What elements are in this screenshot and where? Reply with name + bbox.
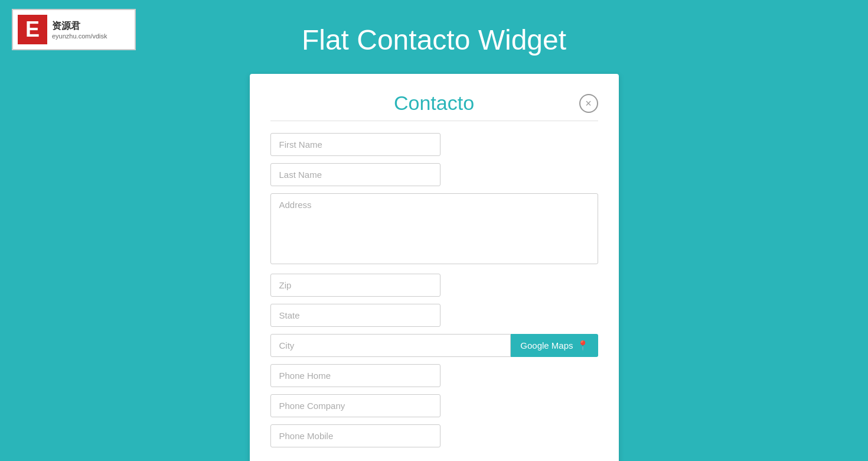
page-title: Flat Contacto Widget bbox=[18, 12, 850, 62]
first-name-input[interactable] bbox=[270, 133, 441, 156]
phone-mobile-input[interactable] bbox=[270, 424, 441, 447]
last-name-input[interactable] bbox=[270, 163, 441, 186]
zip-input[interactable] bbox=[270, 274, 441, 297]
widget-card: Contacto × Google M bbox=[250, 74, 619, 461]
address-input[interactable] bbox=[270, 193, 598, 264]
phone-home-row bbox=[270, 364, 598, 387]
phone-company-row bbox=[270, 394, 598, 417]
city-google-row: Google Maps 📍 bbox=[270, 334, 598, 357]
phone-company-input[interactable] bbox=[270, 394, 441, 417]
title-divider bbox=[270, 121, 598, 121]
logo-letter: E bbox=[18, 15, 47, 44]
last-name-row bbox=[270, 163, 598, 186]
zip-row bbox=[270, 274, 598, 297]
page-header: E 资源君 eyunzhu.com/vdisk Flat Contacto Wi… bbox=[0, 0, 868, 74]
google-maps-button[interactable]: Google Maps 📍 bbox=[511, 334, 598, 357]
widget-title: Contacto bbox=[394, 92, 474, 115]
city-input[interactable] bbox=[270, 334, 511, 357]
close-button[interactable]: × bbox=[579, 94, 598, 113]
widget-container: Contacto × Google M bbox=[0, 74, 868, 461]
logo: E 资源君 eyunzhu.com/vdisk bbox=[12, 9, 136, 50]
city-input-wrap bbox=[270, 334, 511, 357]
phone-home-input[interactable] bbox=[270, 364, 441, 387]
logo-url: eyunzhu.com/vdisk bbox=[52, 33, 107, 40]
map-pin-icon: 📍 bbox=[577, 340, 589, 351]
widget-title-row: Contacto × bbox=[270, 92, 598, 115]
logo-cn-text: 资源君 bbox=[52, 20, 107, 33]
google-maps-label: Google Maps bbox=[520, 340, 573, 350]
first-name-row bbox=[270, 133, 598, 156]
phone-mobile-row bbox=[270, 424, 598, 447]
state-row bbox=[270, 304, 598, 327]
address-row bbox=[270, 193, 598, 267]
state-input[interactable] bbox=[270, 304, 441, 327]
